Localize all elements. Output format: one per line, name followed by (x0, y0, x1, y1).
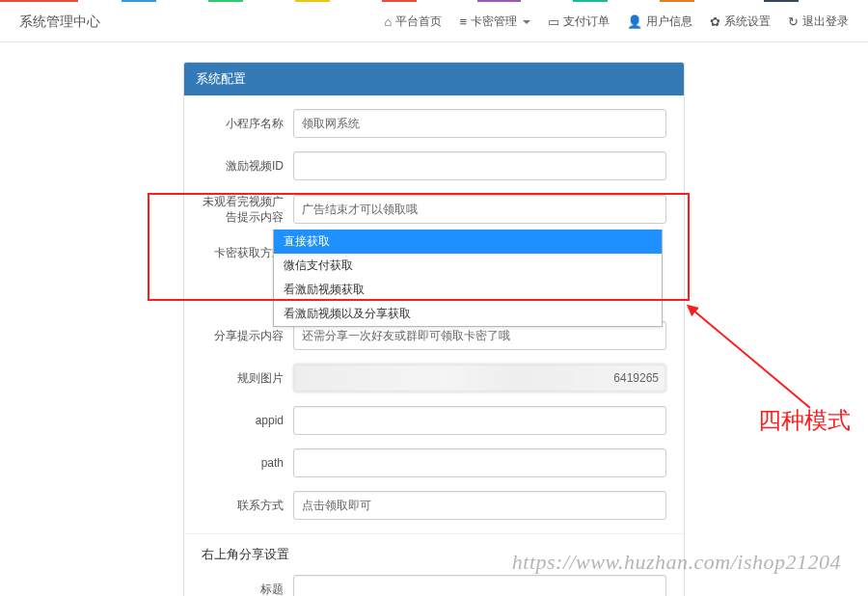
get-mode-option-3[interactable]: 看激励视频以及分享获取 (274, 302, 662, 326)
get-mode-option-0[interactable]: 直接获取 (274, 230, 662, 254)
nav-home-label: 平台首页 (395, 14, 442, 30)
chevron-down-icon (523, 20, 530, 24)
label-appid: appid (202, 413, 293, 428)
nav-user[interactable]: 👤 用户信息 (627, 14, 692, 30)
config-panel: 系统配置 小程序名称 激励视频ID 未观看完视频广告提示内容 卡密获取方式 直接… (183, 62, 685, 596)
input-video-id[interactable] (293, 151, 666, 180)
row-video-id: 激励视频ID (202, 151, 666, 180)
nav-card[interactable]: ≡ 卡密管理 (459, 14, 530, 30)
row-path: path (202, 448, 666, 477)
row-share-title: 标题 (202, 575, 666, 596)
nav-home[interactable]: ⌂ 平台首页 (385, 14, 443, 30)
annotation-arrow (675, 304, 829, 420)
nav-logout-label: 退出登录 (802, 14, 849, 30)
top-navbar: 系统管理中心 ⌂ 平台首页 ≡ 卡密管理 ▭ 支付订单 👤 用户信息 ✿ 系统设… (0, 2, 868, 42)
list-icon: ≡ (459, 14, 467, 29)
input-share-title[interactable] (293, 575, 666, 596)
home-icon: ⌂ (385, 14, 393, 29)
user-icon: 👤 (627, 14, 642, 29)
panel-title: 系统配置 (184, 63, 684, 95)
svg-line-0 (692, 310, 810, 408)
input-appid[interactable] (293, 406, 666, 435)
label-app-name: 小程序名称 (202, 116, 293, 131)
label-video-id: 激励视频ID (202, 158, 293, 174)
label-contact: 联系方式 (202, 498, 293, 513)
row-appid: appid (202, 406, 666, 435)
label-path: path (202, 455, 293, 471)
label-unfinished-tip: 未观看完视频广告提示内容 (202, 194, 293, 225)
input-rule-img-blurred[interactable] (293, 364, 666, 393)
nav-card-label: 卡密管理 (471, 14, 517, 30)
nav-pay[interactable]: ▭ 支付订单 (548, 14, 610, 30)
row-app-name: 小程序名称 (202, 109, 666, 138)
get-mode-option-1[interactable]: 微信支付获取 (274, 254, 662, 278)
logout-icon: ↻ (788, 14, 799, 29)
get-mode-option-2[interactable]: 看激励视频获取 (274, 278, 662, 302)
rule-img-field-wrap: 6419265 (293, 364, 666, 393)
annotation-text: 四种模式 (758, 405, 851, 436)
nav-logout[interactable]: ↻ 退出登录 (788, 14, 849, 30)
input-contact[interactable] (293, 491, 666, 520)
section-share-corner: 右上角分享设置 (202, 546, 666, 563)
nav: ⌂ 平台首页 ≡ 卡密管理 ▭ 支付订单 👤 用户信息 ✿ 系统设置 ↻ 退出登… (385, 14, 849, 30)
brand-title: 系统管理中心 (19, 14, 100, 31)
row-rule-img: 规则图片 6419265 (202, 364, 666, 393)
gear-icon: ✿ (710, 14, 720, 29)
nav-settings-label: 系统设置 (724, 14, 771, 30)
card-icon: ▭ (548, 14, 559, 29)
label-rule-img: 规则图片 (202, 370, 293, 386)
row-contact: 联系方式 (202, 491, 666, 520)
input-path[interactable] (293, 448, 666, 477)
nav-user-label: 用户信息 (646, 14, 692, 30)
get-mode-dropdown: 直接获取 微信支付获取 看激励视频获取 看激励视频以及分享获取 (273, 230, 663, 327)
label-share-title: 标题 (202, 582, 293, 596)
panel-body: 小程序名称 激励视频ID 未观看完视频广告提示内容 卡密获取方式 直接获取 分享… (184, 95, 684, 596)
label-share-tip: 分享提示内容 (202, 328, 293, 343)
input-unfinished-tip[interactable] (293, 195, 666, 224)
nav-settings[interactable]: ✿ 系统设置 (710, 14, 771, 30)
nav-pay-label: 支付订单 (563, 14, 610, 30)
divider (184, 533, 684, 534)
input-app-name[interactable] (293, 109, 666, 138)
row-unfinished-tip: 未观看完视频广告提示内容 (202, 194, 666, 225)
rule-img-tail: 6419265 (613, 364, 659, 393)
